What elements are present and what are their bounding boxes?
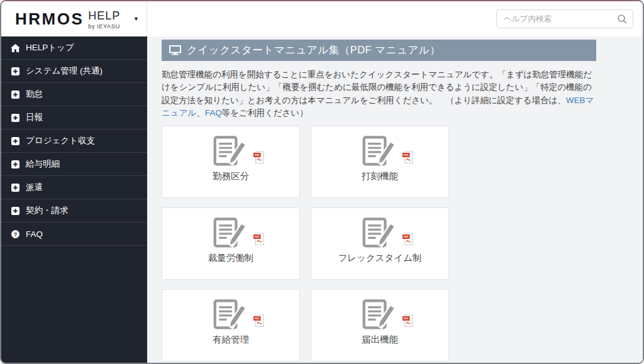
sidebar-item-label: 勤怠 xyxy=(26,89,43,100)
desktop-icon xyxy=(169,45,181,55)
plus-square-icon xyxy=(11,184,20,192)
app-window: HRMOS HELP by IEYASU ▼ xyxy=(0,0,644,364)
document-pencil-icon xyxy=(362,215,398,249)
search-box xyxy=(496,9,633,28)
card-label: 有給管理 xyxy=(213,334,249,346)
manual-card-discretionary-labor[interactable]: PDF 裁量労働制 xyxy=(162,207,300,280)
main-content: クイックスタートマニュアル集（PDF マニュアル） 勤怠管理機能の利用を開始する… xyxy=(147,36,643,363)
sidebar-item-attendance[interactable]: 勤怠 xyxy=(1,83,147,106)
pdf-icon: PDF xyxy=(253,314,264,328)
manual-card-work-category[interactable]: PDF 勤務区分 xyxy=(162,126,300,198)
sidebar-item-daily-report[interactable]: 日報 xyxy=(1,106,147,130)
card-icon-wrap: PDF xyxy=(362,297,398,331)
sidebar-item-project-balance[interactable]: プロジェクト収支 xyxy=(1,130,147,153)
sidebar-item-help-top[interactable]: HELPトップ xyxy=(1,36,147,60)
svg-text:PDF: PDF xyxy=(255,154,260,157)
sidebar-item-dispatch[interactable]: 派遣 xyxy=(1,176,147,199)
document-pencil-icon xyxy=(213,133,249,167)
home-icon xyxy=(11,44,20,52)
card-label: 打刻機能 xyxy=(362,170,398,182)
svg-text:PDF: PDF xyxy=(404,317,409,320)
sidebar-item-label: 日報 xyxy=(26,112,43,123)
caret-down-icon[interactable]: ▼ xyxy=(133,16,139,22)
search-icon[interactable] xyxy=(617,14,627,24)
card-label: 勤務区分 xyxy=(213,170,249,182)
manual-cards-grid: PDF 勤務区分 PDF 打刻機能 PDF 裁量労働制 xyxy=(162,126,596,363)
svg-text:PDF: PDF xyxy=(404,236,409,238)
pdf-icon: PDF xyxy=(402,314,413,328)
manual-card-notification[interactable]: PDF 届出機能 xyxy=(311,289,449,361)
sidebar-item-contract-billing[interactable]: 契約・請求 xyxy=(1,199,147,223)
manual-card-paid-leave[interactable]: PDF 有給管理 xyxy=(162,289,300,361)
sidebar-item-label: 派遣 xyxy=(26,182,43,193)
sidebar: HELPトップ システム管理 (共通) 勤怠 日報 プロジェクト収支 給与明細 xyxy=(1,36,147,363)
plus-square-icon xyxy=(11,160,20,168)
document-pencil-icon xyxy=(362,133,398,167)
document-pencil-icon xyxy=(213,297,249,331)
sidebar-item-payslip[interactable]: 給与明細 xyxy=(1,153,147,176)
brand-text: HRMOS xyxy=(15,11,84,27)
document-pencil-icon xyxy=(213,215,249,249)
top-header: HRMOS HELP by IEYASU ▼ xyxy=(1,1,643,36)
svg-text:PDF: PDF xyxy=(404,154,409,157)
card-icon-wrap: PDF xyxy=(213,215,249,249)
sidebar-item-system-admin[interactable]: システム管理 (共通) xyxy=(1,60,147,83)
card-icon-wrap: PDF xyxy=(213,133,249,167)
search-input[interactable] xyxy=(502,14,617,24)
faq-link[interactable]: FAQ xyxy=(205,108,222,118)
logo-suffix-block: HELP by IEYASU xyxy=(88,8,120,30)
plus-square-icon xyxy=(11,207,20,215)
page-title-bar: クイックスタートマニュアル集（PDF マニュアル） xyxy=(162,40,596,61)
card-icon-wrap: PDF xyxy=(362,133,398,167)
sidebar-item-label: プロジェクト収支 xyxy=(26,135,95,146)
intro-separator: 、 xyxy=(196,108,205,118)
manual-card-time-stamping[interactable]: PDF 打刻機能 xyxy=(311,126,449,198)
pdf-icon: PDF xyxy=(402,233,413,246)
sidebar-item-label: HELPトップ xyxy=(26,42,74,53)
plus-square-icon xyxy=(11,91,20,99)
sidebar-item-label: システム管理 (共通) xyxy=(26,65,103,77)
plus-square-icon xyxy=(11,137,20,145)
card-icon-wrap: PDF xyxy=(213,297,249,331)
document-pencil-icon xyxy=(362,297,398,331)
plus-square-icon xyxy=(11,114,20,122)
card-label: 届出機能 xyxy=(362,334,398,346)
pdf-icon: PDF xyxy=(402,151,413,164)
card-label: フレックスタイム制 xyxy=(338,252,421,264)
logo-byline: by IEYASU xyxy=(88,23,120,30)
sidebar-item-label: FAQ xyxy=(26,229,43,239)
manual-card-flextime[interactable]: PDF フレックスタイム制 xyxy=(311,207,449,280)
question-circle-icon xyxy=(11,230,20,238)
sidebar-item-label: 契約・請求 xyxy=(26,205,69,216)
card-icon-wrap: PDF xyxy=(362,215,398,249)
plus-square-icon xyxy=(11,67,20,75)
card-label: 裁量労働制 xyxy=(208,252,254,264)
intro-segment: 勤怠管理機能の利用を開始することに重点をおいたクイックスタートマニュアルです。「… xyxy=(162,70,592,105)
sidebar-item-faq[interactable]: FAQ xyxy=(1,223,147,246)
pdf-icon: PDF xyxy=(253,233,264,246)
logo-help-text: HELP xyxy=(88,10,120,21)
sidebar-item-label: 給与明細 xyxy=(26,158,60,170)
intro-segment: 等をご利用ください） xyxy=(222,108,308,118)
header-right xyxy=(147,1,643,36)
svg-text:PDF: PDF xyxy=(255,236,260,238)
logo[interactable]: HRMOS HELP by IEYASU ▼ xyxy=(1,1,147,36)
svg-text:PDF: PDF xyxy=(255,317,260,320)
page-title: クイックスタートマニュアル集（PDF マニュアル） xyxy=(187,43,440,57)
pdf-icon: PDF xyxy=(253,151,264,164)
intro-text: 勤怠管理機能の利用を開始することに重点をおいたクイックスタートマニュアルです。「… xyxy=(162,69,596,119)
